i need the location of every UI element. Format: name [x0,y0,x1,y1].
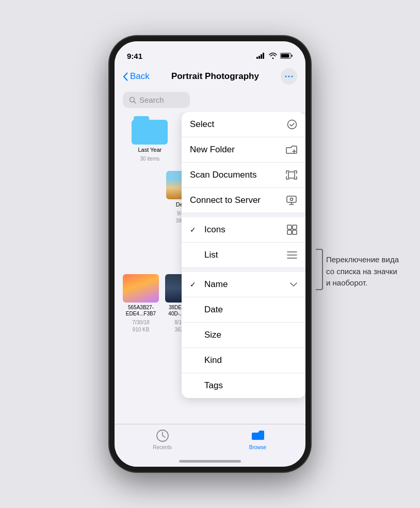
search-icon [129,97,136,104]
svg-line-28 [163,436,165,437]
back-chevron-icon [123,72,128,81]
menu-label-select: Select [190,119,214,130]
menu-label-new-folder: New Folder [190,145,235,155]
svg-rect-14 [288,172,295,178]
svg-rect-15 [287,196,296,202]
search-bar-container: Search [115,89,305,112]
status-time: 9:41 [127,52,142,60]
svg-point-6 [285,76,287,77]
menu-label-size: Size [204,330,221,340]
signal-icon [256,53,266,59]
battery-icon [280,53,293,59]
wifi-icon [269,53,277,59]
file-meta: 30 items [140,155,159,163]
status-icons [256,53,293,59]
browse-label: Browse [249,444,266,450]
new-folder-icon [286,145,297,154]
file-name: Last Year [138,147,161,153]
menu-divider-2 [182,268,305,272]
svg-point-8 [292,76,293,77]
svg-rect-5 [281,54,289,58]
svg-line-10 [134,101,136,103]
svg-rect-3 [263,53,264,59]
svg-rect-20 [293,225,297,229]
svg-point-11 [288,120,297,129]
menu-item-scan-documents[interactable]: Scan Documents [182,163,305,188]
recents-icon [155,428,170,443]
menu-item-connect-server[interactable]: Connect to Server [182,188,305,213]
search-bar[interactable]: Search [123,92,190,108]
recents-label: Recents [153,444,172,450]
status-bar: 9:41 [115,41,305,64]
menu-item-size[interactable]: Size [182,323,305,348]
annotation-text: Переключение видасо списка на значкии на… [326,254,399,289]
menu-label-tags: Tags [204,380,223,391]
file-meta-girls: 7/30/18910 KB [132,319,149,334]
file-item-folder[interactable]: Last Year 30 items [123,116,177,163]
more-button[interactable] [281,68,297,85]
svg-rect-1 [259,56,260,59]
menu-item-list[interactable]: List [182,243,305,268]
menu-label-icons: Icons [204,225,225,235]
annotation-bracket [316,249,323,290]
tab-recents[interactable]: Recents [142,428,183,450]
back-button[interactable]: Back [123,71,150,82]
menu-item-icons[interactable]: ✓ Icons [182,217,305,243]
browse-icon [251,428,265,443]
file-name-girls: 565A3B27-EDE4...F3B7 [126,305,156,317]
menu-label-server: Connect to Server [190,195,261,205]
ellipsis-icon [285,75,293,77]
menu-item-tags[interactable]: Tags [182,373,305,398]
menu-item-new-folder[interactable]: New Folder [182,137,305,163]
svg-rect-22 [293,230,297,234]
nav-bar: Back Portrait Photography [115,64,305,89]
menu-label-kind: Kind [204,355,222,366]
search-placeholder: Search [139,96,164,104]
menu-divider-1 [182,213,305,217]
svg-rect-2 [261,54,262,59]
scan-icon [286,170,297,180]
menu-item-date[interactable]: Date [182,297,305,323]
menu-item-name[interactable]: ✓ Name [182,272,305,297]
file-item-girls[interactable]: 565A3B27-EDE4...F3B7 7/30/18910 KB [123,274,159,334]
menu-label-list: List [204,250,218,260]
menu-item-select[interactable]: Select [182,112,305,137]
icons-grid-icon [287,225,297,235]
icons-check: ✓ [190,226,200,234]
dropdown-menu: Select New Folder [182,112,305,398]
menu-label-name: Name [204,279,228,290]
select-icon [287,119,297,130]
main-content: Last Year 30 items Desert 9/7/20385 KB [115,112,305,467]
page-title: Portrait Photography [171,71,259,82]
home-indicator [179,460,241,463]
name-check: ✓ [190,280,200,289]
list-icon [287,251,297,259]
chevron-down-icon [290,282,297,287]
svg-rect-19 [287,225,292,229]
menu-item-kind[interactable]: Kind [182,348,305,373]
tab-browse[interactable]: Browse [237,428,279,450]
menu-label-date: Date [204,305,223,315]
annotation-container: Переключение видасо списка на значкии на… [316,244,420,295]
svg-point-18 [290,198,293,201]
menu-label-scan: Scan Documents [190,170,256,180]
server-icon [286,195,297,205]
svg-rect-0 [256,57,258,59]
svg-point-7 [288,76,290,77]
back-label: Back [130,71,150,82]
svg-rect-21 [287,230,292,234]
